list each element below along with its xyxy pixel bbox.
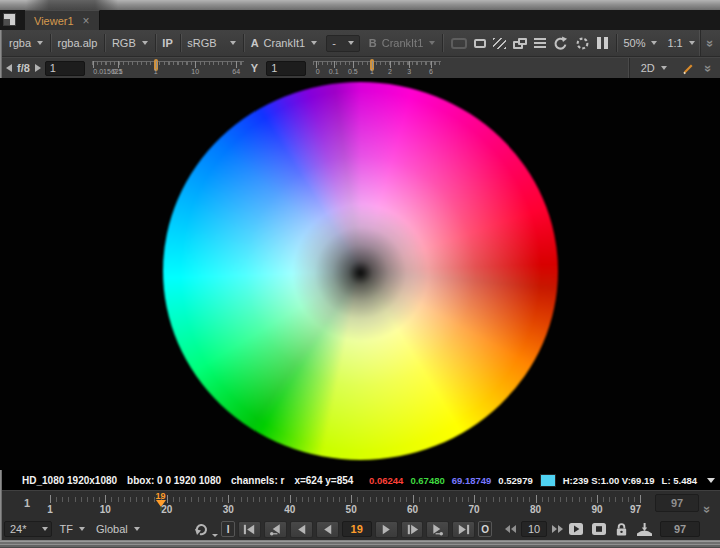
green-value: 0.67480 bbox=[410, 475, 444, 486]
view-mode-select[interactable]: 2D bbox=[636, 62, 672, 74]
timeline-frame-label: 97 bbox=[630, 504, 641, 515]
stop-down-icon[interactable] bbox=[6, 64, 12, 72]
ramp-icon[interactable] bbox=[636, 522, 653, 537]
slider-tick-label: 0 bbox=[316, 68, 320, 75]
chevron-down-icon bbox=[429, 41, 435, 45]
zoom-select[interactable]: 50% bbox=[618, 37, 662, 49]
play-backward-button[interactable] bbox=[316, 521, 339, 538]
display-channel-label: RGB bbox=[112, 37, 136, 49]
range-end-input[interactable] bbox=[655, 494, 699, 512]
step-back-button[interactable] bbox=[290, 521, 313, 538]
divider bbox=[442, 34, 443, 52]
fstop-label: f/8 bbox=[17, 62, 30, 74]
divider bbox=[50, 34, 51, 52]
roi-icon[interactable] bbox=[575, 36, 590, 51]
goto-end-icon bbox=[456, 522, 471, 537]
scanline-icon[interactable] bbox=[534, 38, 546, 48]
range-mode-select[interactable]: Global bbox=[92, 523, 144, 535]
slider-tick-label: 1 bbox=[370, 68, 374, 75]
stop-frame-icon[interactable] bbox=[591, 522, 607, 536]
slider-tick-label: 2 bbox=[388, 68, 392, 75]
gamma-slider[interactable]: 00.10.51236 bbox=[313, 59, 441, 77]
timeline-major-tick bbox=[597, 495, 598, 503]
slider-major-tick bbox=[93, 61, 94, 68]
refresh-icon[interactable] bbox=[553, 36, 568, 51]
hsv-readout: H:239 S:1.00 V:69.19 bbox=[563, 475, 655, 486]
view-mode-column: 2D » bbox=[629, 58, 716, 78]
layer-select[interactable]: rgba bbox=[4, 37, 48, 49]
timeline-major-tick bbox=[536, 495, 537, 503]
slider-major-tick bbox=[334, 61, 335, 68]
clipping-warning-icon[interactable] bbox=[493, 38, 506, 49]
timeline-collapse-chevron-icon[interactable]: » bbox=[701, 506, 714, 513]
input-a-node-label: CrankIt1 bbox=[264, 37, 306, 49]
current-frame-input[interactable] bbox=[342, 521, 372, 537]
next-keyframe-button[interactable] bbox=[426, 521, 449, 538]
input-b-label: B bbox=[364, 37, 382, 49]
compare-mode-label: - bbox=[332, 37, 336, 49]
readout-menu-icon[interactable] bbox=[707, 478, 715, 483]
tab-viewer1[interactable]: Viewer1 × bbox=[25, 10, 100, 30]
goto-end-button[interactable] bbox=[452, 521, 475, 538]
lock-icon[interactable] bbox=[614, 522, 629, 537]
playhead-frame-label: 19 bbox=[156, 492, 166, 500]
collapse-chevron-icon[interactable]: » bbox=[702, 64, 715, 71]
pencil-icon[interactable] bbox=[682, 62, 695, 75]
playback-mode-button[interactable] bbox=[193, 521, 218, 537]
input-b-select[interactable]: CrankIt1 bbox=[382, 37, 441, 49]
toolbar-collapse-column: » bbox=[700, 30, 718, 56]
viewer-image-area[interactable] bbox=[0, 78, 720, 470]
timeline-ruler[interactable]: 19 110203040506070809097 bbox=[50, 495, 640, 519]
proxy-toggle-icon[interactable] bbox=[474, 39, 486, 48]
timeline-frame-label: 10 bbox=[100, 504, 111, 515]
divider bbox=[104, 34, 105, 52]
red-value: 0.06244 bbox=[369, 475, 403, 486]
loop-once-button[interactable]: O bbox=[478, 521, 492, 537]
slider-tick-label: 1 bbox=[154, 68, 158, 75]
flipbook-play-icon[interactable] bbox=[568, 522, 584, 536]
end-frame-input[interactable] bbox=[660, 521, 700, 537]
fps-select[interactable]: 24* bbox=[4, 521, 52, 537]
frame-increment-input[interactable] bbox=[521, 521, 547, 537]
tab-close-icon[interactable]: × bbox=[83, 15, 90, 27]
view-mode-label: 2D bbox=[641, 62, 655, 74]
viewer-process-select[interactable]: sRGB bbox=[182, 37, 241, 49]
chevron-down-icon bbox=[230, 41, 236, 45]
window-top-strip[interactable] bbox=[0, 0, 720, 10]
input-process-button[interactable]: IP bbox=[157, 37, 177, 49]
wipe-region-icon[interactable] bbox=[451, 38, 467, 49]
gain-slider[interactable]: 0.0156250.111064 bbox=[92, 59, 244, 77]
chevron-down-icon bbox=[311, 41, 317, 45]
gamma-input[interactable] bbox=[266, 61, 306, 76]
prev-keyframe-button[interactable] bbox=[264, 521, 287, 538]
range-start-input[interactable] bbox=[14, 497, 40, 509]
compare-mode-select[interactable]: - bbox=[326, 35, 360, 52]
step-back-icon bbox=[294, 522, 309, 537]
step-forward-button[interactable] bbox=[401, 521, 424, 538]
pane-splitter[interactable] bbox=[0, 540, 720, 548]
mark-in-button[interactable]: I bbox=[221, 521, 235, 537]
pane-menu-icon[interactable] bbox=[3, 13, 16, 26]
goto-start-button[interactable] bbox=[238, 521, 261, 538]
float-window-icon[interactable] bbox=[513, 38, 527, 49]
frame-display-select[interactable]: TF bbox=[55, 523, 88, 535]
play-forward-button[interactable] bbox=[375, 521, 398, 538]
slider-tick-label: 6 bbox=[429, 68, 433, 75]
blue-value: 69.18749 bbox=[452, 475, 492, 486]
stop-up-icon[interactable] bbox=[35, 64, 41, 72]
display-channel-select[interactable]: RGB bbox=[107, 37, 153, 49]
colorwheel-image[interactable] bbox=[163, 82, 558, 460]
gain-input[interactable] bbox=[45, 61, 85, 76]
tab-label: Viewer1 bbox=[34, 15, 74, 27]
skip-forward-button[interactable] bbox=[550, 525, 565, 533]
step-forward-icon bbox=[405, 522, 420, 537]
slider-tick-label: 64 bbox=[232, 68, 240, 75]
collapse-chevron-icon[interactable]: » bbox=[704, 39, 717, 46]
input-a-select[interactable]: CrankIt1 bbox=[264, 37, 323, 49]
timeline-major-tick bbox=[105, 495, 106, 503]
pause-icon[interactable] bbox=[597, 37, 608, 49]
alpha-channel-select[interactable]: rgba.alp bbox=[53, 37, 103, 49]
proxy-scale-select[interactable]: 1:1 bbox=[662, 37, 699, 49]
skip-back-button[interactable] bbox=[503, 525, 518, 533]
slider-major-tick bbox=[409, 61, 410, 68]
